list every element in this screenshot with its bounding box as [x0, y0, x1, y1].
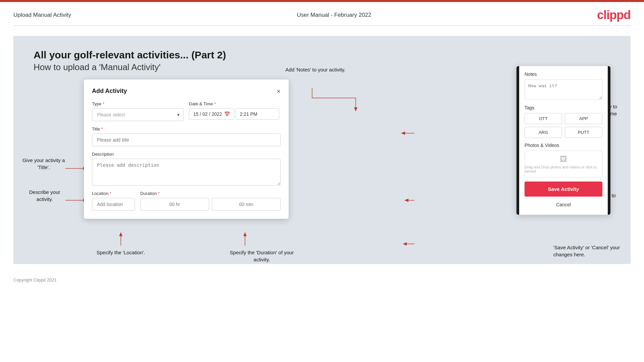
type-group: Type * Please select ▾	[92, 101, 184, 121]
duration-group: Duration *	[140, 191, 281, 211]
save-activity-button[interactable]: Save Activity	[525, 182, 602, 197]
tag-app[interactable]: APP	[565, 113, 602, 124]
date-input[interactable]: 15 / 02 / 2022 📅	[189, 108, 234, 120]
time-input[interactable]	[236, 108, 279, 120]
description-label: Description	[92, 152, 281, 157]
annotation-location: Specify the 'Location'.	[91, 249, 151, 256]
header-left: Upload Manual Activity	[13, 12, 71, 18]
notes-label: Notes	[525, 71, 602, 77]
svg-marker-22	[404, 199, 408, 202]
photos-label: Photos & Videos	[525, 143, 602, 148]
duration-min-input[interactable]	[212, 198, 281, 211]
notes-input[interactable]	[525, 80, 602, 100]
header-center: User Manual - February 2022	[297, 12, 371, 18]
photo-drop-zone[interactable]: 🖼 Drag and Drop photos and videos or cli…	[525, 151, 602, 177]
svg-marker-12	[119, 232, 122, 236]
cancel-button[interactable]: Cancel	[525, 200, 602, 209]
dialog-title: Add Activity	[92, 88, 127, 95]
type-date-row: Type * Please select ▾ Date & Time * 15 …	[92, 101, 281, 121]
phone-panel: Notes Tags OTT APP ARG PUTT Photos & Vid…	[516, 66, 610, 215]
duration-hr-input[interactable]	[140, 198, 209, 211]
location-duration-row: Location * Duration *	[92, 191, 281, 211]
photo-hint: Drag and Drop photos and videos or click…	[525, 165, 602, 173]
type-label: Type *	[92, 101, 184, 106]
description-input[interactable]	[92, 159, 281, 186]
annotation-save: 'Save Activity' or 'Cancel' your changes…	[553, 244, 624, 258]
svg-marker-18	[354, 107, 357, 111]
calendar-icon: 📅	[224, 111, 230, 117]
title-group: Title *	[92, 126, 281, 146]
description-group: Description	[92, 152, 281, 186]
annotation-description: Describe your activity.	[23, 189, 66, 203]
annotation-title: Give your activity a 'Title'.	[20, 157, 67, 171]
type-select-wrapper: Please select ▾	[92, 108, 184, 121]
location-group: Location *	[92, 191, 135, 211]
dialog-header: Add Activity ×	[92, 88, 281, 95]
tags-grid: OTT APP ARG PUTT	[525, 113, 602, 138]
date-time-label: Date & Time *	[189, 101, 281, 106]
tag-arg[interactable]: ARG	[525, 127, 562, 138]
annotation-notes: Add 'Notes' to your activity.	[285, 66, 346, 73]
logo: clippd	[597, 8, 631, 22]
annotation-duration: Specify the 'Duration' of your activity.	[228, 249, 295, 263]
title-input[interactable]	[92, 134, 281, 146]
date-time-inputs: 15 / 02 / 2022 📅	[189, 108, 281, 120]
close-button[interactable]: ×	[277, 88, 281, 95]
header: Upload Manual Activity User Manual - Feb…	[0, 2, 644, 25]
page-title: All your golf-relevant activities... (Pa…	[34, 49, 614, 61]
main-content: All your golf-relevant activities... (Pa…	[13, 36, 631, 264]
svg-marker-24	[403, 242, 407, 246]
tag-putt[interactable]: PUTT	[565, 127, 602, 138]
duration-label: Duration *	[140, 191, 281, 196]
date-value: 15 / 02 / 2022	[193, 111, 222, 117]
svg-marker-20	[401, 132, 405, 135]
type-select[interactable]: Please select	[92, 108, 184, 121]
svg-marker-14	[243, 232, 247, 236]
image-icon: 🖼	[560, 155, 567, 164]
date-time-group: Date & Time * 15 / 02 / 2022 📅	[189, 101, 281, 121]
title-label: Title *	[92, 126, 281, 132]
header-divider	[13, 25, 631, 26]
tags-label: Tags	[525, 105, 602, 110]
copyright: Copyright Clippd 2021	[0, 274, 644, 286]
add-activity-dialog: Add Activity × Type * Please select ▾ Da…	[84, 80, 289, 219]
tag-ott[interactable]: OTT	[525, 113, 562, 124]
duration-inputs	[140, 198, 281, 211]
location-label: Location *	[92, 191, 135, 196]
location-input[interactable]	[92, 198, 135, 211]
